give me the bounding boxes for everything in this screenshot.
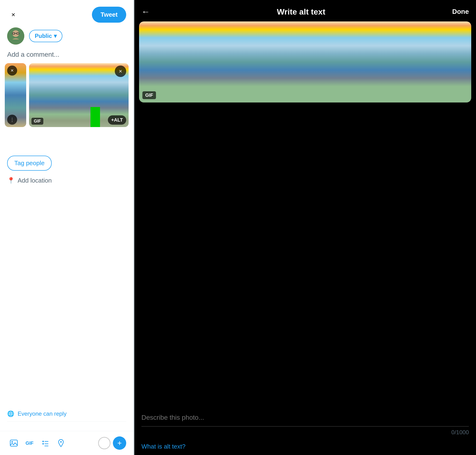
char-count: 0/1000 (142, 427, 469, 438)
gif-badge-right: GIF (143, 91, 156, 99)
list-icon[interactable] (39, 436, 52, 450)
right-image-container: GIF (134, 21, 476, 107)
gif-badge: GIF (32, 118, 43, 125)
done-button[interactable]: Done (452, 8, 469, 16)
comment-area: Add a comment... (0, 48, 133, 63)
describe-input[interactable] (142, 409, 469, 427)
toolbar-icons: GIF + (7, 436, 126, 450)
location-pin-icon: 📍 (7, 177, 15, 184)
globe-icon: 🌐 (7, 410, 14, 417)
comment-placeholder: Add a comment... (7, 51, 59, 58)
svg-point-16 (60, 441, 62, 443)
green-arrow-indicator (81, 107, 110, 127)
public-label: Public (35, 33, 52, 39)
circle-indicator (98, 437, 111, 449)
black-area (134, 107, 476, 409)
add-location-row[interactable]: 📍 Add location (0, 173, 133, 188)
svg-point-10 (11, 441, 13, 443)
svg-rect-3 (7, 39, 24, 45)
left-panel: × Tweet Public ▾ (0, 0, 133, 455)
everyone-reply-button[interactable]: 🌐 Everyone can reply (7, 410, 126, 422)
more-options-button[interactable]: ⋮ (7, 115, 17, 125)
alt-text-button[interactable]: +ALT (108, 115, 126, 125)
top-bar: × Tweet (0, 0, 133, 27)
images-section: × ⋮ GIF +ALT × (0, 63, 133, 127)
add-button[interactable]: + (113, 436, 126, 450)
describe-section: 0/1000 (134, 409, 476, 438)
public-dropdown-button[interactable]: Public ▾ (29, 30, 62, 42)
beach-visual-right (139, 21, 471, 103)
svg-rect-9 (10, 440, 17, 446)
bottom-toolbar: GIF + (0, 431, 133, 455)
close-button[interactable]: × (7, 8, 20, 21)
right-top-bar: ← Write alt text Done (134, 0, 476, 21)
image-upload-icon[interactable] (7, 436, 20, 450)
chevron-down-icon: ▾ (54, 33, 57, 39)
svg-marker-8 (86, 107, 105, 127)
gif-icon[interactable]: GIF (23, 436, 36, 450)
tweet-button[interactable]: Tweet (92, 7, 126, 23)
svg-point-11 (42, 441, 44, 442)
location-toolbar-icon[interactable] (54, 436, 68, 450)
remove-main-image-button[interactable]: × (115, 65, 126, 77)
tag-people-section: Tag people (0, 148, 133, 173)
right-panel: ← Write alt text Done GIF 0/1000 What is… (134, 0, 476, 455)
image-thumbnail-small: × ⋮ (5, 63, 26, 127)
everyone-reply-wrapper: 🌐 Everyone can reply (0, 410, 133, 422)
tag-people-button[interactable]: Tag people (7, 156, 52, 171)
user-row: Public ▾ (0, 27, 133, 48)
add-location-label: Add location (18, 177, 52, 184)
avatar (7, 27, 24, 45)
alt-text-link[interactable]: What is alt text? (134, 438, 476, 455)
remove-image-button-small[interactable]: × (7, 65, 17, 76)
avatar-image (7, 27, 24, 45)
svg-point-12 (42, 443, 44, 445)
right-panel-title: Write alt text (277, 7, 325, 16)
main-image-container: GIF +ALT × (29, 63, 129, 127)
everyone-reply-label: Everyone can reply (18, 410, 66, 417)
back-button[interactable]: ← (142, 7, 150, 17)
right-beach-image: GIF (139, 21, 471, 103)
